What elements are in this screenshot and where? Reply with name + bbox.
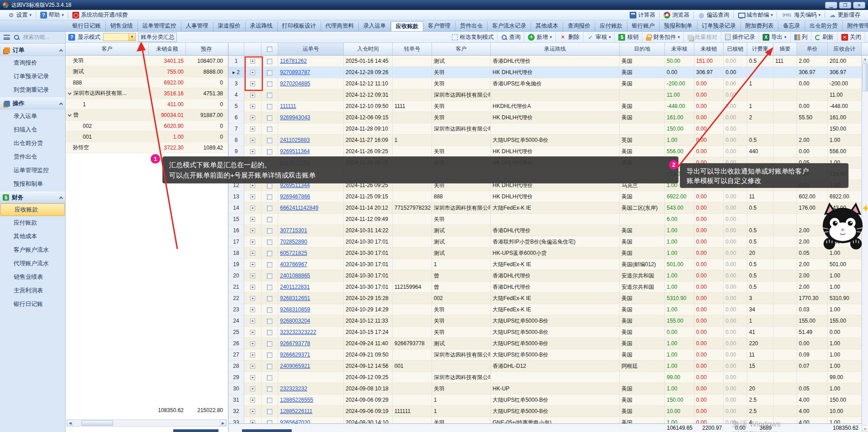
waybill-link[interactable]: 12885226555 bbox=[280, 397, 313, 403]
sidebar-section-订单[interactable]: 订单 bbox=[0, 44, 65, 56]
row-checkbox[interactable] bbox=[267, 307, 272, 313]
sidebar-item-其他成本[interactable]: 其他成本 bbox=[0, 230, 65, 243]
tab-应付账款[interactable]: 应付账款 bbox=[595, 21, 627, 31]
scroll-right-icon[interactable]: ▶ bbox=[220, 420, 226, 426]
sidebar-search-placeholder[interactable]: 搜索功能... bbox=[23, 33, 49, 41]
row-number[interactable]: 4 bbox=[228, 89, 244, 100]
waybill-link[interactable]: 9269943043 bbox=[280, 114, 310, 121]
row-number[interactable]: 24 bbox=[228, 315, 244, 326]
tab-渠道报价[interactable]: 渠道报价 bbox=[213, 21, 246, 31]
expand-plus-icon[interactable]: + bbox=[250, 296, 255, 301]
tab-录入运单[interactable]: 录入运单 bbox=[359, 21, 391, 31]
tab-银行账户[interactable]: 银行账户 bbox=[627, 21, 659, 31]
row-checkbox[interactable] bbox=[267, 273, 272, 279]
row-number[interactable]: ▸ 2 bbox=[228, 67, 244, 78]
sidebar-item-订单预录记录[interactable]: 订单预录记录 bbox=[0, 70, 65, 83]
row-checkbox[interactable] bbox=[267, 239, 272, 245]
col-客户[interactable]: 客户 bbox=[432, 43, 491, 55]
expand-plus-icon[interactable]: + bbox=[250, 149, 255, 154]
expand-plus-icon[interactable]: + bbox=[250, 285, 255, 290]
row-checkbox[interactable] bbox=[267, 183, 272, 188]
tab-备忘录[interactable]: 备忘录 bbox=[778, 21, 805, 31]
row-number[interactable]: 7 bbox=[228, 123, 244, 134]
sidebar-item-客户账户流水[interactable]: 客户账户流水 bbox=[0, 243, 65, 257]
expand-plus-icon[interactable]: + bbox=[250, 194, 255, 199]
sidebar-item-货件出仓[interactable]: 货件出仓 bbox=[0, 150, 65, 164]
row-checkbox[interactable] bbox=[267, 364, 272, 369]
框选复制模式-button[interactable]: 框选复制模式 bbox=[448, 32, 498, 42]
expand-plus-icon[interactable]: + bbox=[250, 206, 255, 211]
sidebar-item-出仓前分货[interactable]: 出仓前分货 bbox=[0, 136, 65, 150]
col-承运路线[interactable]: 承运路线 bbox=[491, 43, 620, 55]
row-number[interactable]: 9 bbox=[228, 146, 244, 157]
row-number[interactable]: 3 bbox=[228, 78, 244, 89]
table-row[interactable]: 24+92680032042024-10-12 11:33关羽大陆UPS红单50… bbox=[228, 315, 868, 327]
row-checkbox[interactable] bbox=[267, 127, 272, 132]
row-number[interactable]: 31 bbox=[228, 394, 244, 405]
expand-plus-icon[interactable]: + bbox=[250, 228, 255, 233]
财务扣件-button[interactable]: 财务扣件▾ bbox=[642, 32, 684, 42]
expand-plus-icon[interactable]: + bbox=[250, 217, 255, 222]
row-number[interactable]: 26 bbox=[228, 338, 244, 349]
menu-item-系统功能开通/续费[interactable]: 系统功能开通/续费 bbox=[68, 10, 132, 20]
tab-销售业绩[interactable]: 销售业绩 bbox=[106, 21, 138, 31]
col-blank[interactable] bbox=[228, 43, 244, 55]
row-checkbox[interactable] bbox=[267, 285, 272, 290]
col-入仓时间[interactable]: 入仓时间 bbox=[344, 43, 393, 55]
tab-打印模板设计[interactable]: 打印模板设计 bbox=[278, 21, 321, 31]
row-number[interactable]: 19 bbox=[228, 259, 244, 270]
waybill-link[interactable]: 116781262 bbox=[280, 58, 307, 64]
tab-货件出仓[interactable]: 货件出仓 bbox=[455, 21, 488, 31]
row-checkbox[interactable] bbox=[267, 386, 272, 392]
批量核对-button[interactable]: 批量核对 bbox=[684, 32, 721, 42]
table-row[interactable]: 19+4037669672024-10-30 17:011大陆FedEx-K I… bbox=[228, 259, 868, 270]
row-number[interactable]: 25 bbox=[228, 327, 244, 338]
sidebar-item-代理账户流水[interactable]: 代理账户流水 bbox=[0, 257, 65, 270]
scrollbar-thumb[interactable] bbox=[863, 63, 868, 91]
expand-plus-icon[interactable]: + bbox=[250, 409, 255, 414]
row-checkbox[interactable] bbox=[267, 319, 272, 324]
col-blank[interactable] bbox=[261, 43, 278, 55]
row-checkbox[interactable] bbox=[267, 81, 272, 87]
tab-查询报价[interactable]: 查询报价 bbox=[563, 21, 595, 31]
table-row[interactable]: 21+24011228312024-10-30 17:01112159964曾香… bbox=[228, 282, 868, 293]
table-row[interactable]: 30+2323232322024-09-08 10:18关羽HK-UP美国1.0… bbox=[228, 383, 868, 394]
waybill-link[interactable]: 2411025883 bbox=[280, 137, 310, 143]
row-number[interactable]: 6 bbox=[228, 112, 244, 123]
expand-plus-icon[interactable]: + bbox=[250, 183, 255, 188]
关闭-button[interactable]: 关闭 bbox=[838, 32, 865, 42]
操作记录-button[interactable]: 操作记录 bbox=[721, 32, 759, 42]
menu-item-计算器[interactable]: 计算器 bbox=[626, 10, 659, 20]
chevron-up-icon[interactable] bbox=[59, 103, 63, 106]
tab-客户管理[interactable]: 客户管理 bbox=[423, 21, 455, 31]
col-目的地[interactable]: 目的地 bbox=[620, 43, 665, 55]
删除-button[interactable]: 删除 bbox=[556, 32, 583, 42]
expand-plus-icon[interactable]: + bbox=[250, 239, 255, 244]
导出-button[interactable]: 导出▾ bbox=[759, 32, 791, 42]
expand-plus-icon[interactable]: + bbox=[250, 138, 255, 143]
col-运单号[interactable]: 运单号 bbox=[278, 43, 344, 55]
tab-银行日记账[interactable]: 银行日记账 bbox=[68, 21, 106, 31]
tab-应收账款[interactable]: 应收账款 bbox=[391, 21, 423, 31]
expand-plus-icon[interactable]: + bbox=[250, 59, 255, 64]
table-row[interactable]: 15+2024-11-12 09:49关羽6.000.000.006.00 bbox=[228, 214, 868, 225]
col-单价[interactable]: 单价 bbox=[797, 43, 828, 55]
row-checkbox[interactable] bbox=[267, 262, 272, 268]
expand-plus-icon[interactable]: + bbox=[250, 364, 255, 369]
waybill-link[interactable]: 2409065921 bbox=[280, 363, 310, 369]
sidebar-item-应付账款[interactable]: 应付账款 bbox=[0, 216, 65, 230]
col-blank[interactable] bbox=[244, 43, 261, 55]
waybill-link[interactable]: 605721825 bbox=[280, 250, 307, 256]
col-未核销[interactable]: 未核销 bbox=[694, 43, 724, 55]
table-row[interactable]: 29+2024-09-12 09:25深圳市达因科技有限公司99.000.000… bbox=[228, 372, 868, 383]
table-row[interactable]: 7+2024-11-28 09:10深圳市达因科技有限公司150.000.000… bbox=[228, 123, 868, 135]
menu-item-帮助[interactable]: 帮助▾ bbox=[36, 10, 68, 20]
scroll-up-icon[interactable]: ▲ bbox=[862, 56, 868, 62]
row-number[interactable]: 8 bbox=[228, 135, 244, 146]
scrollbar-thumb[interactable] bbox=[81, 420, 113, 426]
expand-plus-icon[interactable]: + bbox=[250, 273, 255, 278]
row-number[interactable]: 1 bbox=[228, 56, 244, 66]
menu-item-更新缓存[interactable]: 更新缓存 bbox=[825, 10, 864, 20]
row-checkbox[interactable] bbox=[267, 409, 272, 414]
row-checkbox[interactable] bbox=[267, 296, 272, 301]
